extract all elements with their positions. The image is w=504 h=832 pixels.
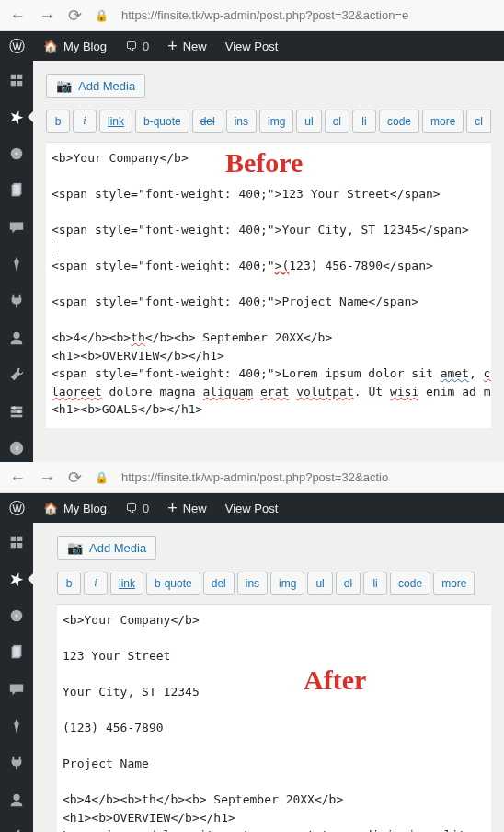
view-post-link[interactable]: View Post bbox=[216, 493, 288, 523]
ol-button[interactable]: ol bbox=[336, 572, 361, 595]
plus-icon: + bbox=[167, 38, 178, 54]
browser-toolbar: ← → ⟳ 🔒 https://finsite.tk/wp-admin/post… bbox=[0, 0, 504, 31]
svg-point-8 bbox=[13, 406, 17, 410]
editor-toolbar-2: b i link b-quote del ins img ul ol li co… bbox=[57, 572, 491, 595]
new-content[interactable]: + New bbox=[158, 493, 216, 523]
svg-point-12 bbox=[15, 614, 18, 618]
svg-point-1 bbox=[15, 152, 18, 156]
media-icon[interactable] bbox=[0, 602, 33, 630]
editor-toolbar: b i link b-quote del ins img ul ol li co… bbox=[46, 110, 491, 133]
comments-menu-icon[interactable] bbox=[0, 214, 33, 241]
ins-button[interactable]: ins bbox=[237, 572, 268, 595]
site-home[interactable]: 🏠 My Blog bbox=[34, 493, 116, 523]
pages-icon[interactable] bbox=[0, 177, 33, 204]
text-editor-2[interactable]: <b>Your Company</b> 123 Your Street Your… bbox=[57, 604, 491, 832]
plugins-icon[interactable] bbox=[0, 287, 33, 315]
browser-toolbar-2: ← → ⟳ 🔒 https://finsite.tk/wp-admin/post… bbox=[0, 462, 504, 493]
comment-count: 0 bbox=[143, 40, 149, 53]
ul-button[interactable]: ul bbox=[296, 110, 321, 133]
comments-menu-icon[interactable] bbox=[0, 676, 33, 703]
wp-admin-bar: ⓦ 🏠 My Blog 🗨 0 + New View Post bbox=[0, 31, 504, 61]
reload-icon[interactable]: ⟳ bbox=[68, 469, 82, 486]
address-bar[interactable]: https://finsite.tk/wp-admin/post.php?pos… bbox=[121, 470, 388, 484]
close-tags-button[interactable]: cl bbox=[466, 110, 491, 133]
more-button[interactable]: more bbox=[433, 572, 475, 595]
appearance-icon[interactable] bbox=[0, 712, 33, 740]
posts-icon[interactable] bbox=[0, 565, 33, 593]
comment-count: 0 bbox=[143, 502, 149, 515]
add-media-button[interactable]: 📷 Add Media bbox=[57, 536, 156, 560]
wp-logo[interactable]: ⓦ bbox=[0, 31, 34, 61]
wp-logo[interactable]: ⓦ bbox=[0, 493, 34, 523]
site-name: My Blog bbox=[63, 40, 107, 53]
comment-icon: 🗨 bbox=[125, 40, 137, 53]
editor-content: 📷 Add Media b i link b-quote del ins img… bbox=[33, 61, 504, 462]
more-button[interactable]: more bbox=[422, 110, 464, 133]
italic-button[interactable]: i bbox=[73, 110, 97, 133]
comment-icon: 🗨 bbox=[125, 502, 137, 515]
admin-sidebar bbox=[0, 61, 33, 462]
site-name: My Blog bbox=[63, 502, 107, 515]
lock-icon: 🔒 bbox=[95, 9, 109, 22]
add-media-button[interactable]: 📷 Add Media bbox=[46, 74, 145, 98]
view-post-link[interactable]: View Post bbox=[216, 31, 288, 61]
bquote-button[interactable]: b-quote bbox=[135, 110, 189, 133]
reload-icon[interactable]: ⟳ bbox=[68, 7, 82, 24]
appearance-icon[interactable] bbox=[0, 250, 33, 278]
users-icon[interactable] bbox=[0, 786, 33, 814]
svg-rect-3 bbox=[13, 183, 21, 195]
posts-icon[interactable] bbox=[0, 103, 33, 131]
link-button[interactable]: link bbox=[110, 572, 143, 595]
svg-rect-14 bbox=[13, 645, 21, 657]
plus-icon: + bbox=[167, 500, 178, 516]
before-panel: ← → ⟳ 🔒 https://finsite.tk/wp-admin/post… bbox=[0, 0, 504, 462]
address-bar[interactable]: https://finsite.tk/wp-admin/post.php?pos… bbox=[121, 8, 408, 22]
img-button[interactable]: img bbox=[270, 572, 304, 595]
tools-icon[interactable] bbox=[0, 361, 33, 388]
bold-button[interactable]: b bbox=[57, 572, 81, 595]
plugins-icon[interactable] bbox=[0, 749, 33, 777]
collapse-icon[interactable] bbox=[0, 434, 33, 462]
wp-admin-bar-2: ⓦ 🏠 My Blog 🗨 0 + New View Post bbox=[0, 493, 504, 523]
svg-point-4 bbox=[13, 332, 19, 339]
admin-sidebar-2 bbox=[0, 523, 33, 832]
back-icon[interactable]: ← bbox=[9, 7, 26, 24]
forward-icon[interactable]: → bbox=[39, 7, 55, 24]
img-button[interactable]: img bbox=[259, 110, 293, 133]
li-button[interactable]: li bbox=[363, 572, 387, 595]
new-content[interactable]: + New bbox=[158, 31, 216, 61]
lock-icon: 🔒 bbox=[95, 471, 109, 484]
dashboard-icon[interactable] bbox=[0, 528, 33, 556]
link-button[interactable]: link bbox=[99, 110, 132, 133]
bquote-button[interactable]: b-quote bbox=[146, 572, 200, 595]
comments-link[interactable]: 🗨 0 bbox=[116, 493, 158, 523]
del-button[interactable]: del bbox=[203, 572, 235, 595]
svg-point-9 bbox=[17, 410, 21, 414]
new-label: New bbox=[183, 502, 207, 515]
del-button[interactable]: del bbox=[192, 110, 223, 133]
site-home[interactable]: 🏠 My Blog bbox=[34, 31, 116, 61]
camera-icon: 📷 bbox=[67, 540, 83, 555]
dashboard-icon[interactable] bbox=[0, 66, 33, 94]
comments-link[interactable]: 🗨 0 bbox=[116, 31, 158, 61]
code-button[interactable]: code bbox=[379, 110, 419, 133]
ins-button[interactable]: ins bbox=[226, 110, 257, 133]
ol-button[interactable]: ol bbox=[325, 110, 349, 133]
new-label: New bbox=[183, 40, 207, 53]
ul-button[interactable]: ul bbox=[307, 572, 332, 595]
code-button[interactable]: code bbox=[390, 572, 430, 595]
forward-icon[interactable]: → bbox=[39, 469, 55, 486]
svg-point-15 bbox=[13, 794, 19, 801]
italic-button[interactable]: i bbox=[84, 572, 108, 595]
pages-icon[interactable] bbox=[0, 639, 33, 666]
tools-icon[interactable] bbox=[0, 823, 33, 832]
settings-icon[interactable] bbox=[0, 398, 33, 425]
users-icon[interactable] bbox=[0, 324, 33, 352]
text-editor[interactable]: <b>Your Company</b> <span style="font-we… bbox=[46, 142, 491, 428]
camera-icon: 📷 bbox=[56, 78, 72, 93]
editor-content-2: 📷 Add Media b i link b-quote del ins img… bbox=[33, 523, 504, 832]
li-button[interactable]: li bbox=[352, 110, 376, 133]
media-icon[interactable] bbox=[0, 140, 33, 168]
back-icon[interactable]: ← bbox=[9, 469, 26, 486]
bold-button[interactable]: b bbox=[46, 110, 70, 133]
